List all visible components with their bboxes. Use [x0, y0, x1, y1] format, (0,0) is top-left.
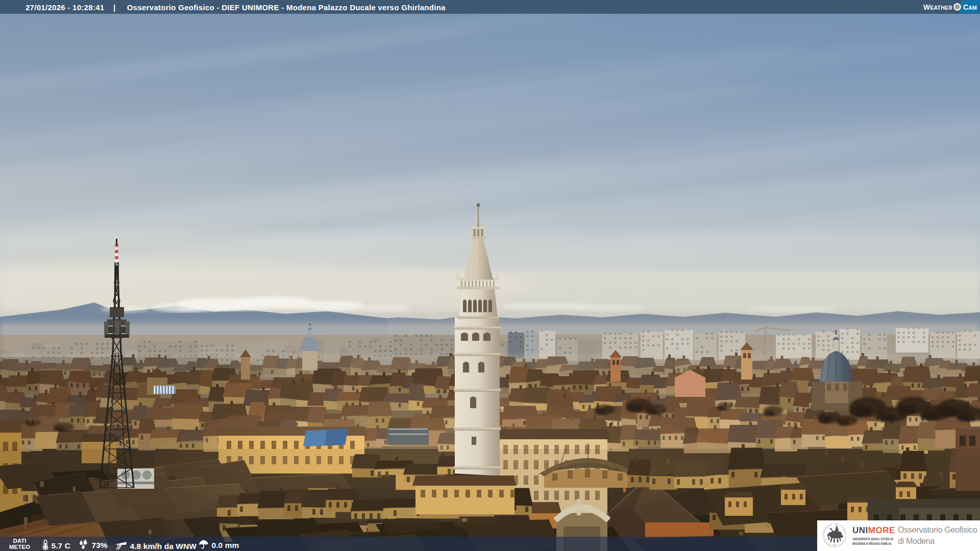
svg-text:1175: 1175 [832, 544, 837, 546]
